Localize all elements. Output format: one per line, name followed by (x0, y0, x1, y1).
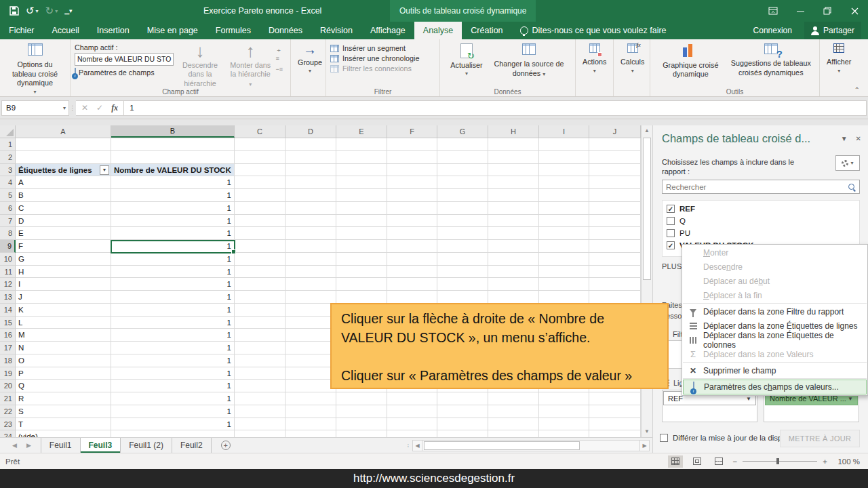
cell-H21[interactable] (488, 392, 539, 405)
checkbox-icon[interactable] (667, 229, 675, 237)
cell-G2[interactable] (437, 151, 488, 164)
column-header-G[interactable]: G (437, 125, 488, 138)
new-sheet-button[interactable]: + (212, 438, 240, 453)
cell-A14[interactable]: K (16, 304, 111, 317)
insert-function-icon[interactable]: fx (111, 103, 118, 113)
column-header-D[interactable]: D (285, 125, 336, 138)
pane-close-icon[interactable]: ✕ (856, 135, 861, 142)
row-header-18[interactable]: 18 (0, 354, 16, 367)
cell-E1[interactable] (336, 138, 387, 151)
column-header-C[interactable]: C (235, 125, 285, 138)
cell-B12[interactable]: 1 (111, 278, 235, 291)
cell-E6[interactable] (336, 202, 387, 215)
cell-I2[interactable] (539, 151, 589, 164)
cell-H5[interactable] (488, 189, 539, 202)
tab-accueil[interactable]: Accueil (43, 22, 88, 39)
cell-A21[interactable]: R (16, 392, 111, 405)
save-icon[interactable] (9, 6, 19, 16)
ribbon-display-options-icon[interactable] (760, 0, 787, 22)
cell-B22[interactable]: 1 (111, 405, 235, 418)
cell-G7[interactable] (437, 215, 488, 228)
cell-grid[interactable]: 123Étiquettes de lignes▼Nombre de VALEUR… (0, 138, 641, 437)
cell-F4[interactable] (387, 176, 437, 189)
cell-F9[interactable] (387, 240, 437, 253)
cell-F3[interactable] (387, 164, 437, 177)
cell-B18[interactable]: 1 (111, 354, 235, 367)
cell-A19[interactable]: P (16, 367, 111, 380)
row-header-4[interactable]: 4 (0, 176, 16, 189)
row-header-13[interactable]: 13 (0, 291, 16, 304)
cell-I7[interactable] (539, 215, 589, 228)
row-header-1[interactable]: 1 (0, 138, 16, 151)
cell-E21[interactable] (336, 392, 387, 405)
cell-G22[interactable] (437, 405, 488, 418)
actions-button[interactable]: Actions▾ (580, 42, 609, 76)
cell-C24[interactable] (235, 430, 285, 437)
cell-A23[interactable]: T (16, 418, 111, 431)
row-header-2[interactable]: 2 (0, 151, 16, 164)
cell-B10[interactable]: 1 (111, 253, 235, 266)
cell-I24[interactable] (539, 430, 589, 437)
cell-E24[interactable] (336, 430, 387, 437)
cell-E12[interactable] (336, 278, 387, 291)
checkbox-icon[interactable]: ✓ (667, 241, 675, 249)
menu-item-supprimer-le-champ[interactable]: ✕Supprimer le champ (683, 363, 867, 378)
cell-D20[interactable] (285, 380, 336, 392)
row-header-6[interactable]: 6 (0, 202, 16, 215)
checkbox-icon[interactable] (667, 217, 675, 225)
pane-tools-button[interactable]: ▾ (835, 155, 860, 171)
cell-B19[interactable]: 1 (111, 367, 235, 380)
cell-J13[interactable] (589, 291, 641, 304)
cell-A3[interactable]: Étiquettes de lignes▼ (16, 164, 111, 177)
cell-A7[interactable]: D (16, 215, 111, 228)
column-header-F[interactable]: F (387, 125, 437, 138)
cell-A13[interactable]: J (16, 291, 111, 304)
cell-F12[interactable] (387, 278, 437, 291)
cell-D13[interactable] (285, 291, 336, 304)
cell-I23[interactable] (539, 418, 589, 431)
insert-timeline-button[interactable]: Insérer une chronologie (330, 54, 419, 62)
row-labels-filter-icon[interactable]: ▼ (100, 165, 109, 175)
cell-C2[interactable] (235, 151, 285, 164)
field-item-pu[interactable]: PU (667, 227, 855, 239)
cell-E13[interactable] (336, 291, 387, 304)
cell-H23[interactable] (488, 418, 539, 431)
cell-B17[interactable]: 1 (111, 342, 235, 354)
cell-D16[interactable] (285, 329, 336, 342)
cell-D12[interactable] (285, 278, 336, 291)
tell-me-box[interactable]: Dites-nous ce que vous voulez faire (512, 22, 675, 39)
cell-B6[interactable]: 1 (111, 202, 235, 215)
cell-A9[interactable]: F (16, 240, 111, 253)
normal-view-button[interactable] (668, 455, 683, 468)
row-header-24[interactable]: 24 (0, 430, 16, 437)
cell-B4[interactable]: 1 (111, 176, 235, 189)
drill-down-button[interactable]: ↓ Descendre dans la hiérarchie (174, 42, 226, 89)
cell-E7[interactable] (336, 215, 387, 228)
defer-layout-checkbox[interactable]: Différer la mise à jour de la disp... (660, 434, 789, 442)
cell-E10[interactable] (336, 253, 387, 266)
cell-J10[interactable] (589, 253, 641, 266)
cell-F6[interactable] (387, 202, 437, 215)
cell-I12[interactable] (539, 278, 589, 291)
cell-D9[interactable] (285, 240, 336, 253)
cell-A10[interactable]: G (16, 253, 111, 266)
pane-options-caret-icon[interactable]: ▼ (841, 135, 848, 142)
cell-G8[interactable] (437, 227, 488, 240)
cell-A4[interactable]: A (16, 176, 111, 189)
sheet-tab-feuil3[interactable]: Feuil3 (81, 438, 121, 453)
select-all-corner[interactable] (0, 125, 16, 138)
cell-C19[interactable] (235, 367, 285, 380)
sheet-nav-left-icon[interactable]: ◀ (12, 442, 17, 449)
cell-D1[interactable] (285, 138, 336, 151)
sheet-tab-feuil1-2-[interactable]: Feuil1 (2) (121, 438, 172, 453)
cell-C16[interactable] (235, 329, 285, 342)
cell-J22[interactable] (589, 405, 641, 418)
column-header-J[interactable]: J (589, 125, 641, 138)
enter-icon[interactable]: ✓ (96, 103, 103, 113)
calculations-button[interactable]: fx Calculs▾ (618, 42, 647, 76)
vertical-scrollbar[interactable]: ▲ ▼ (641, 125, 652, 437)
cell-J8[interactable] (589, 227, 641, 240)
cell-B15[interactable]: 1 (111, 317, 235, 329)
cell-B3[interactable]: Nombre de VALEUR DU STOCK (111, 164, 235, 177)
cell-H4[interactable] (488, 176, 539, 189)
